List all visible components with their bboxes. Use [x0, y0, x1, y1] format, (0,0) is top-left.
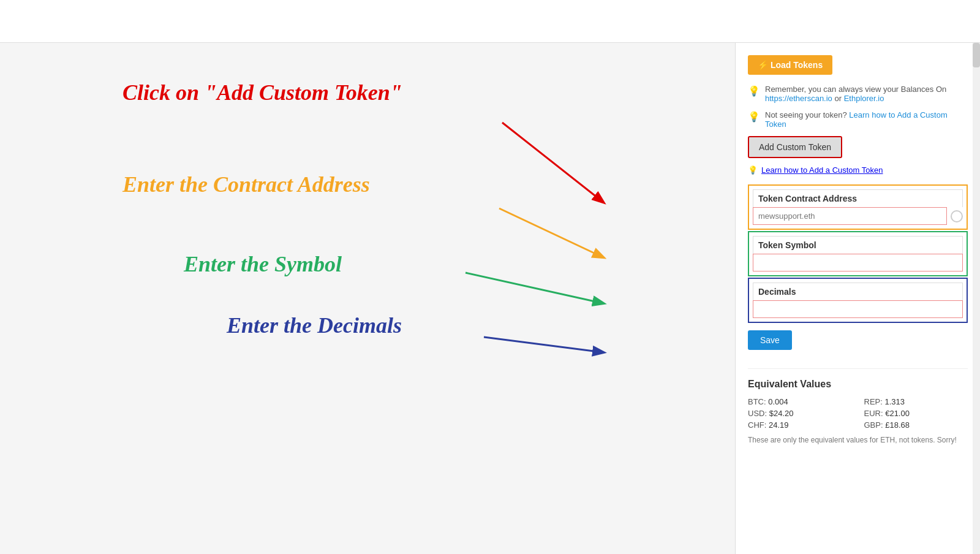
contract-address-inner	[753, 207, 963, 225]
equiv-usd: USD: $24.20	[748, 409, 852, 418]
annotation-green: Enter the Symbol	[184, 251, 342, 277]
learn-link-row[interactable]: 💡 Learn how to Add a Custom Token	[748, 165, 968, 175]
divider	[748, 368, 968, 369]
svg-line-2	[466, 273, 603, 303]
contract-address-label: Token Contract Address	[753, 189, 963, 207]
add-custom-token-button[interactable]: Add Custom Token	[748, 136, 842, 158]
svg-line-3	[484, 337, 603, 352]
info-text-2: Not seeing your token? Learn how to Add …	[765, 110, 968, 129]
token-symbol-section: Token Symbol	[748, 231, 968, 276]
equiv-grid: BTC: 0.004 REP: 1.313 USD: $24.20 EUR: €…	[748, 397, 968, 430]
svg-line-0	[502, 123, 603, 202]
scrollbar-track[interactable]	[973, 43, 980, 554]
token-symbol-label: Token Symbol	[753, 236, 963, 254]
annotation-red: Click on "Add Custom Token"	[123, 80, 402, 105]
save-button[interactable]: Save	[748, 330, 792, 350]
equiv-title: Equivalent Values	[748, 379, 968, 390]
bulb-icon-1: 💡	[748, 85, 760, 97]
ethplorer-link[interactable]: Ethplorer.io	[844, 94, 884, 103]
equiv-btc: BTC: 0.004	[748, 397, 852, 406]
annotation-orange: Enter the Contract Address	[123, 172, 370, 197]
equiv-rep: REP: 1.313	[864, 397, 968, 406]
token-symbol-input[interactable]	[753, 254, 963, 271]
etherscan-link[interactable]: https://etherscan.io	[765, 94, 832, 103]
equivalent-values-section: Equivalent Values BTC: 0.004 REP: 1.313 …	[748, 379, 968, 444]
loading-spinner	[951, 210, 963, 222]
equiv-note: These are only the equivalent values for…	[748, 436, 968, 444]
bulb-icon-2: 💡	[748, 111, 760, 123]
decimals-input[interactable]	[753, 300, 963, 318]
main-content: Click on "Add Custom Token" Enter the Co…	[0, 43, 980, 554]
arrows-svg	[0, 43, 735, 554]
learn-custom-token-link[interactable]: Learn how to Add a Custom Token	[761, 165, 883, 175]
annotation-blue: Enter the Decimals	[227, 313, 402, 338]
bulb-icon-3: 💡	[748, 165, 758, 175]
contract-address-input[interactable]	[753, 207, 947, 225]
left-panel: Click on "Add Custom Token" Enter the Co…	[0, 43, 735, 554]
decimals-label: Decimals	[753, 283, 963, 300]
info-row-1: 💡 Remember, you can always view your Bal…	[748, 85, 968, 103]
info-row-2: 💡 Not seeing your token? Learn how to Ad…	[748, 110, 968, 129]
load-tokens-button[interactable]: ⚡ Load Tokens	[748, 55, 832, 75]
top-bar	[0, 0, 980, 43]
equiv-chf: CHF: 24.19	[748, 420, 852, 430]
scrollbar-thumb[interactable]	[973, 43, 980, 67]
right-panel: ⚡ Load Tokens 💡 Remember, you can always…	[735, 43, 980, 554]
equiv-gbp: GBP: £18.68	[864, 420, 968, 430]
decimals-section: Decimals	[748, 278, 968, 323]
info-text-1: Remember, you can always view your Balan…	[765, 85, 968, 103]
svg-line-1	[499, 208, 603, 257]
contract-address-section: Token Contract Address	[748, 184, 968, 230]
equiv-eur: EUR: €21.00	[864, 409, 968, 418]
